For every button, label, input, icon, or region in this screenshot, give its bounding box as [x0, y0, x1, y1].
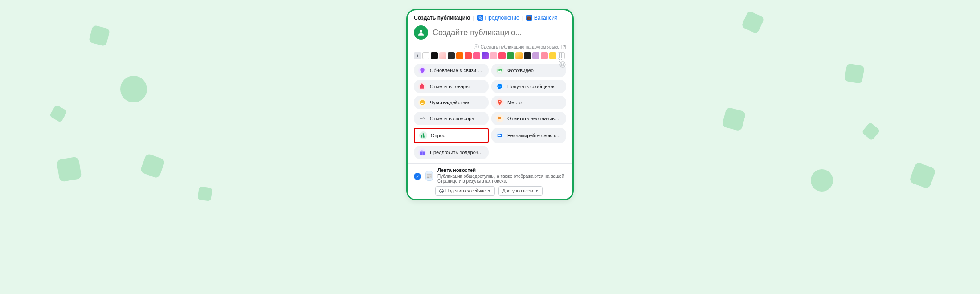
chevron-down-icon: ▼ [535, 189, 539, 193]
tab-vacancy[interactable]: 💼 Вакансия [526, 15, 558, 21]
svg-point-1 [560, 62, 565, 67]
tab-offer[interactable]: % Предложение [477, 15, 519, 21]
news-feed-icon: 📰 [425, 171, 433, 181]
option-messenger[interactable]: Получать сообщения [491, 80, 566, 93]
bg-swatch[interactable] [515, 52, 523, 59]
ad-icon [496, 131, 504, 139]
svg-rect-13 [498, 135, 500, 135]
option-smile[interactable]: Чувства/действия [414, 96, 489, 109]
bg-swatch[interactable] [465, 52, 472, 59]
option-shield[interactable]: Обновление в связи с COVI… [414, 64, 489, 77]
bg-swatch[interactable] [473, 52, 480, 59]
feed-title: Лента новостей [437, 167, 566, 173]
deco-shape [120, 76, 147, 102]
bg-swatch[interactable] [490, 52, 497, 59]
option-label: Обновление в связи с COVI… [430, 68, 484, 73]
smile-icon [418, 98, 426, 106]
bg-swatch[interactable] [422, 52, 429, 59]
audience-dropdown[interactable]: Доступно всем ▼ [498, 186, 543, 196]
background-swatches [408, 52, 572, 64]
option-label: Предложить подарочные к… [430, 150, 484, 155]
plus-icon[interactable]: + [474, 44, 479, 49]
divider: | [522, 15, 523, 21]
svg-rect-11 [424, 136, 425, 138]
bg-swatch[interactable] [431, 52, 438, 59]
post-text-input[interactable] [433, 28, 566, 37]
bg-swatch[interactable] [541, 52, 548, 59]
swatch-prev-button[interactable] [414, 52, 421, 59]
tab-create-post[interactable]: Создать публикацию [414, 15, 470, 21]
messenger-icon [496, 82, 504, 90]
deco-shape [862, 122, 880, 141]
flag-icon [496, 114, 504, 122]
bg-swatch[interactable] [448, 52, 455, 59]
bg-swatch[interactable] [498, 52, 506, 59]
other-language-link[interactable]: Сделать публикацию на другом языке [481, 45, 559, 49]
bag-icon [418, 82, 426, 90]
clock-icon [439, 189, 444, 193]
share-time-dropdown[interactable]: Поделиться сейчас ▼ [435, 186, 495, 196]
option-pin[interactable]: Место [491, 96, 566, 109]
bg-swatch[interactable] [532, 52, 539, 59]
deco-shape [844, 63, 865, 84]
deco-shape [722, 107, 746, 131]
poll-icon [419, 131, 427, 139]
deco-shape [140, 153, 166, 179]
deco-shape [49, 105, 68, 123]
feed-description: Публикации общедоступны, а также отображ… [437, 174, 564, 184]
handshake-icon [418, 114, 426, 122]
check-icon: ✓ [414, 173, 421, 180]
profile-avatar[interactable] [414, 25, 428, 40]
option-ad[interactable]: Рекламируйте свою компан… [491, 128, 566, 143]
chevron-down-icon: ▼ [487, 189, 491, 193]
divider: | [473, 15, 474, 21]
svg-point-7 [421, 102, 422, 102]
bg-swatch[interactable] [549, 52, 556, 59]
create-post-composer: Создать публикацию | % Предложение | 💼 В… [406, 9, 574, 200]
option-label: Место [507, 100, 522, 105]
svg-rect-14 [498, 135, 501, 136]
bg-swatch[interactable] [524, 52, 531, 59]
svg-point-6 [420, 100, 425, 105]
option-label: Фото/видео [507, 68, 534, 73]
svg-rect-9 [421, 135, 422, 138]
offer-icon: % [477, 15, 483, 21]
bg-swatch[interactable] [507, 52, 514, 59]
option-handshake[interactable]: Отметить спонсора [414, 112, 489, 125]
swatch-grid-button[interactable] [558, 52, 565, 59]
other-language-row: + Сделать публикацию на другом языке [?] [408, 44, 572, 52]
bg-swatch[interactable] [482, 52, 489, 59]
composer-footer: ✓ 📰 Лента новостей Публикации общедоступ… [408, 163, 572, 196]
deco-shape [909, 162, 936, 189]
svg-point-2 [561, 64, 562, 64]
option-flag[interactable]: Отметить неоплачиваемую … [491, 112, 566, 125]
option-label: Отметить неоплачиваемую … [507, 116, 562, 121]
deco-shape [89, 25, 110, 47]
bg-swatch[interactable] [456, 52, 463, 59]
svg-point-8 [423, 102, 424, 102]
user-icon [417, 29, 425, 37]
option-poll[interactable]: Опрос [414, 128, 489, 143]
photo-icon [496, 66, 504, 74]
briefcase-icon: 💼 [526, 15, 532, 21]
feed-info: Лента новостей Публикации общедоступны, … [437, 167, 566, 184]
option-photo[interactable]: Фото/видео [491, 64, 566, 77]
composer-tabs: Создать публикацию | % Предложение | 💼 В… [408, 10, 572, 24]
chevron-left-icon [416, 54, 419, 57]
deco-shape [197, 186, 212, 201]
option-bag[interactable]: Отметить товары [414, 80, 489, 93]
svg-rect-10 [423, 133, 424, 137]
compose-row [408, 24, 572, 44]
bg-swatch[interactable] [439, 52, 446, 59]
svg-point-3 [563, 64, 564, 64]
option-label: Рекламируйте свою компан… [507, 133, 562, 138]
option-label: Опрос [431, 133, 445, 138]
option-gift[interactable]: Предложить подарочные к… [414, 146, 489, 159]
deco-shape [741, 10, 764, 34]
emoji-picker-icon[interactable] [559, 61, 566, 68]
option-label: Отметить спонсора [430, 116, 474, 121]
deco-shape [56, 156, 82, 182]
help-hint[interactable]: [?] [561, 45, 566, 49]
pin-icon [496, 98, 504, 106]
post-attachment-options: Обновление в связи с COVI…Фото/видеоОтме… [408, 64, 572, 163]
